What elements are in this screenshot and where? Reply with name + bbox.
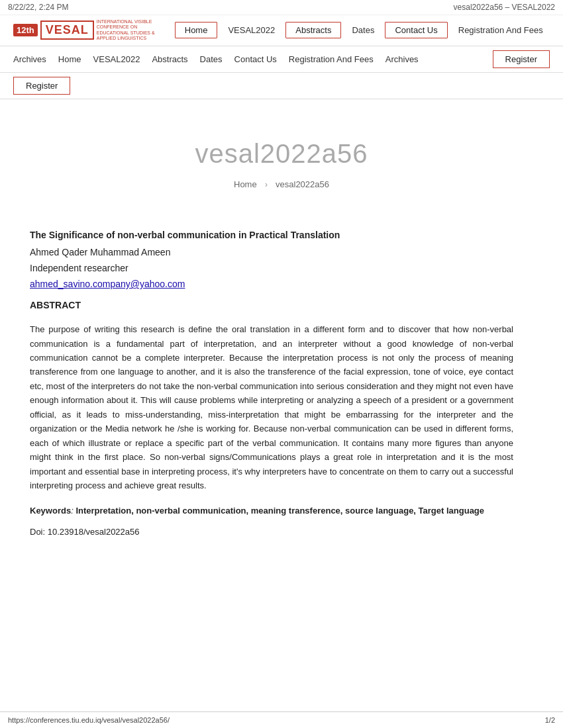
breadcrumb-home[interactable]: Home (234, 179, 257, 189)
nav2-contact[interactable]: Contact Us (234, 54, 277, 64)
logo-badge: 12th (13, 24, 38, 36)
nav1-home-btn[interactable]: Home (175, 22, 218, 38)
footer-bar: https://conferences.tiu.edu.iq/vesal/ves… (0, 711, 563, 728)
page-tab-title: vesal2022a56 – VESAL2022 (454, 3, 555, 12)
top-bar: 8/22/22, 2:24 PM vesal2022a56 – VESAL202… (0, 0, 563, 15)
abstract-label: ABSTRACT (30, 300, 513, 310)
nav1-contact-btn[interactable]: Contact Us (385, 22, 447, 38)
nav2-archives[interactable]: Archives (13, 54, 46, 64)
nav-row2: Archives Home VESAL2022 Abstracts Dates … (0, 46, 563, 73)
keywords-label: Keywords (30, 506, 71, 516)
nav2-vesal2022[interactable]: VESAL2022 (93, 54, 140, 64)
nav1-dates[interactable]: Dates (346, 23, 380, 38)
keywords-text: Interpretation, non-verbal communication… (76, 506, 484, 516)
nav1-abstracts-btn[interactable]: Abstracts (285, 22, 341, 38)
nav2-registration[interactable]: Registration And Fees (289, 54, 374, 64)
nav-row3: Register (0, 73, 563, 99)
nav-row1: 12th VESAL INTERNATIONAL VISIBLE CONFERE… (0, 15, 563, 46)
page-title: vesal2022a56 (13, 139, 550, 169)
nav1-vesal2022[interactable]: VESAL2022 (223, 23, 280, 38)
footer-page: 1/2 (545, 716, 555, 724)
datetime: 8/22/22, 2:24 PM (8, 3, 68, 12)
abstract-text: The purpose of writing this research is … (30, 322, 513, 492)
nav3-register-btn[interactable]: Register (13, 77, 70, 95)
logo-name: VESAL (40, 21, 94, 40)
logo: 12th VESAL INTERNATIONAL VISIBLE CONFERE… (13, 19, 163, 42)
nav2-abstracts[interactable]: Abstracts (152, 54, 187, 64)
nav2-register-btn[interactable]: Register (493, 50, 550, 68)
hero-section: vesal2022a56 Home › vesal2022a56 (0, 99, 563, 209)
doi: Doi: 10.23918/vesal2022a56 (30, 527, 513, 537)
breadcrumb-separator: › (265, 179, 268, 189)
breadcrumb-current: vesal2022a56 (276, 179, 329, 189)
nav2-archives2[interactable]: Archives (385, 54, 419, 64)
keywords: Keywords: Interpretation, non-verbal com… (30, 504, 513, 518)
paper-affiliation: Independent researcher (30, 263, 513, 273)
paper-author: Ahmed Qader Muhammad Ameen (30, 247, 513, 257)
content-area: The Significance of non-verbal communica… (0, 209, 543, 567)
nav2-dates[interactable]: Dates (200, 54, 223, 64)
footer-url: https://conferences.tiu.edu.iq/vesal/ves… (8, 716, 170, 724)
paper-title: The Significance of non-verbal communica… (30, 229, 513, 242)
breadcrumb: Home › vesal2022a56 (13, 179, 550, 189)
paper-email[interactable]: ahmed_savino.company@yahoo.com (30, 279, 513, 289)
nav2-home[interactable]: Home (58, 54, 81, 64)
logo-subtext: INTERNATIONAL VISIBLE CONFERENCE ONEDUCA… (97, 19, 163, 42)
nav1-registration[interactable]: Registration And Fees (453, 23, 548, 38)
